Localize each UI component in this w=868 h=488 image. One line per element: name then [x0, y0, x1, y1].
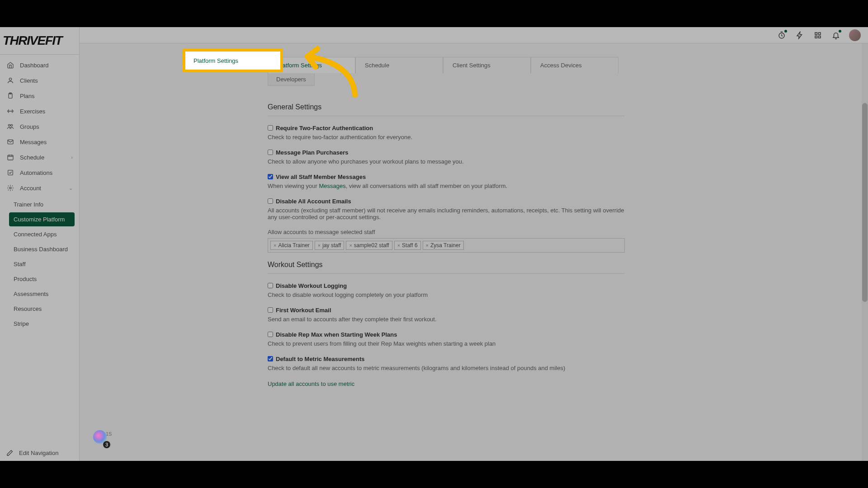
messages-link[interactable]: Messages [319, 183, 345, 189]
content-scroll: Platform Settings Schedule Client Settin… [80, 43, 868, 461]
app-frame: THRIVEFIT Dashboard Clients Plans Exerci… [0, 27, 868, 461]
main-area: Platform Settings Schedule Client Settin… [80, 27, 868, 461]
setting-msg-purchasers: Message Plan Purchasers Check to allow a… [268, 149, 625, 165]
calendar-icon [6, 153, 14, 161]
setting-default-metric-checkbox[interactable] [268, 356, 273, 361]
setting-default-metric-label[interactable]: Default to Metric Measurements [268, 356, 365, 362]
subnav-business-dashboard[interactable]: Business Dashboard [9, 242, 75, 256]
subnav-customize-platform[interactable]: Customize Platform [9, 212, 75, 226]
setting-2fa-label[interactable]: Require Two-Factor Authentication [268, 125, 373, 131]
staff-chip[interactable]: ×Staff 6 [394, 241, 421, 250]
edit-navigation-button[interactable]: Edit Navigation [0, 445, 79, 461]
bell-icon[interactable] [831, 30, 841, 40]
staff-chips-input[interactable]: ×Alicia Trainer×jay staff×sample02 staff… [268, 238, 625, 253]
setting-first-workout-email: First Workout Email Send an email to acc… [268, 306, 625, 323]
chip-remove-icon[interactable]: × [397, 243, 400, 248]
nav-messages[interactable]: Messages [0, 134, 79, 150]
setting-default-metric-desc: Check to default all new accounts to met… [268, 365, 625, 371]
timer-icon[interactable] [777, 30, 787, 40]
svg-point-3 [11, 124, 13, 126]
tab-schedule[interactable]: Schedule [355, 57, 443, 73]
subnav-assessments[interactable]: Assessments [9, 287, 75, 301]
staff-chip[interactable]: ×Alicia Trainer [270, 241, 313, 250]
subtab-developers[interactable]: Developers [268, 73, 315, 86]
nav-exercises[interactable]: Exercises [0, 103, 79, 119]
tab-access-devices[interactable]: Access Devices [531, 57, 618, 73]
chip-remove-icon[interactable]: × [274, 243, 276, 248]
nav-label: Exercises [20, 108, 45, 115]
nav-list: Dashboard Clients Plans Exercises Groups… [0, 55, 79, 196]
setting-disable-emails-desc: All accounts (excluding staff member) wi… [268, 207, 625, 221]
chip-remove-icon[interactable]: × [349, 243, 352, 248]
nav-clients[interactable]: Clients [0, 73, 79, 88]
staff-chip[interactable]: ×jay staff [315, 241, 344, 250]
setting-2fa-desc: Check to require two-factor authenticati… [268, 134, 625, 141]
staff-chip[interactable]: ×Zysa Trainer [423, 241, 464, 250]
setting-disable-repmax-desc: Check to prevent users from filling out … [268, 340, 625, 347]
update-metric-block: Update all accounts to use metric [268, 380, 625, 388]
chevron-down-icon: ⌄ [69, 185, 73, 191]
chip-remove-icon[interactable]: × [318, 243, 321, 248]
tab-client-settings[interactable]: Client Settings [443, 57, 531, 73]
subnav-connected-apps[interactable]: Connected Apps [9, 227, 75, 241]
chip-label: Alicia Trainer [278, 242, 309, 249]
setting-disable-logging: Disable Workout Logging Check to disable… [268, 282, 625, 298]
setting-disable-logging-desc: Check to disable workout logging complet… [268, 291, 625, 298]
setting-disable-repmax-label[interactable]: Disable Rep Max when Starting Week Plans [268, 331, 397, 338]
scrollbar-track[interactable] [862, 43, 868, 461]
subnav-staff[interactable]: Staff [9, 257, 75, 271]
setting-disable-emails-checkbox[interactable] [268, 198, 273, 204]
apps-icon[interactable] [813, 30, 823, 40]
setting-view-staff-msgs-checkbox[interactable] [268, 174, 273, 179]
setting-view-staff-msgs: View all Staff Member Messages When view… [268, 173, 625, 189]
user-icon [6, 76, 14, 84]
tab-platform-settings[interactable]: Platform Settings [268, 57, 355, 73]
group-icon [6, 122, 14, 131]
setting-msg-purchasers-checkbox[interactable] [268, 150, 273, 155]
svg-rect-11 [815, 36, 817, 38]
home-icon [6, 61, 14, 69]
svg-rect-6 [8, 170, 13, 175]
dumbbell-icon [6, 107, 14, 115]
nav-schedule[interactable]: Schedule › [0, 150, 79, 165]
account-subnav: Trainer Info Customize Platform Connecte… [0, 197, 79, 332]
nav-account[interactable]: Account ⌄ [0, 180, 79, 196]
setting-disable-repmax-checkbox[interactable] [268, 332, 273, 337]
setting-first-workout-email-label[interactable]: First Workout Email [268, 307, 331, 314]
subnav-products[interactable]: Products [9, 272, 75, 286]
nav-label: Plans [20, 93, 35, 99]
nav-label: Account [20, 185, 41, 192]
setting-msg-purchasers-label[interactable]: Message Plan Purchasers [268, 149, 348, 156]
subnav-resources[interactable]: Resources [9, 302, 75, 316]
update-metric-link[interactable]: Update all accounts to use metric [268, 380, 354, 387]
setting-default-metric: Default to Metric Measurements Check to … [268, 355, 625, 371]
nav-label: Automations [20, 169, 52, 176]
mail-icon [6, 138, 14, 146]
section-workout-title: Workout Settings [268, 261, 625, 274]
nav-groups[interactable]: Groups [0, 119, 79, 134]
nav-label: Clients [20, 77, 38, 84]
user-avatar[interactable] [849, 29, 861, 41]
top-bar [80, 27, 868, 43]
setting-first-workout-email-checkbox[interactable] [268, 307, 273, 313]
allow-staff-label: Allow accounts to message selected staff [268, 229, 625, 235]
staff-chip[interactable]: ×sample02 staff [346, 241, 392, 250]
brand-logo: THRIVEFIT [0, 27, 79, 55]
chip-remove-icon[interactable]: × [426, 243, 429, 248]
setting-view-staff-msgs-label[interactable]: View all Staff Member Messages [268, 174, 366, 180]
setting-disable-logging-checkbox[interactable] [268, 283, 273, 288]
subnav-trainer-info[interactable]: Trainer Info [9, 197, 75, 211]
nav-dashboard[interactable]: Dashboard [0, 57, 79, 73]
setting-2fa-checkbox[interactable] [268, 125, 273, 131]
setting-disable-logging-label[interactable]: Disable Workout Logging [268, 282, 347, 289]
nav-automations[interactable]: Automations [0, 165, 79, 180]
nav-plans[interactable]: Plans [0, 88, 79, 103]
nav-label: Schedule [20, 154, 44, 161]
subnav-stripe[interactable]: Stripe [9, 317, 75, 331]
svg-rect-12 [819, 36, 821, 38]
svg-rect-5 [8, 155, 13, 160]
scrollbar-thumb[interactable] [862, 103, 868, 302]
bolt-icon[interactable] [795, 30, 805, 40]
chip-label: Staff 6 [402, 242, 417, 249]
setting-disable-emails-label[interactable]: Disable All Account Emails [268, 198, 351, 205]
